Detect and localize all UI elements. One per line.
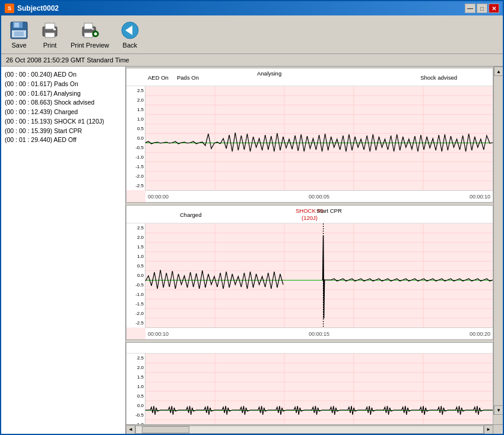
event-time-4: (00 : 00 : 12.439): [5, 108, 52, 115]
svg-rect-6: [45, 23, 55, 29]
chart-label-aed-on: AED On: [148, 74, 169, 81]
chart-2-time-axis: 00:00:10 00:00:15 00:00:20: [145, 327, 493, 339]
event-time-5: (00 : 00 : 15.193): [5, 118, 52, 125]
svg-rect-11: [84, 33, 93, 37]
y-label: 2.0: [128, 235, 144, 240]
scroll-right-button[interactable]: ►: [484, 425, 493, 434]
svg-rect-8: [53, 29, 56, 30]
print-icon: [40, 20, 60, 40]
list-item: (00 : 00 : 12.439) Charged: [5, 108, 122, 117]
chart-1-plot: [145, 86, 493, 190]
minimize-button[interactable]: —: [465, 4, 476, 13]
scroll-down-button[interactable]: ▼: [494, 405, 503, 415]
y-label: -1.0: [128, 292, 144, 297]
chart-1-time-axis: 00:00:00 00:00:05 00:00:10: [145, 190, 493, 202]
y-label: 0.0: [128, 403, 144, 408]
scroll-track-horizontal: [135, 425, 484, 434]
y-label: 0.0: [128, 273, 144, 278]
chart-label-shock-advised: Shock advised: [420, 74, 457, 81]
list-item: (00 : 00 : 00.240) AED On: [5, 70, 122, 80]
list-item: (00 : 00 : 08.663) Shock advised: [5, 98, 122, 108]
print-preview-label: Print Preview: [71, 42, 109, 49]
chart-2-area: 2.5 2.0 1.5 1.0 0.5 0.0 -0.5 -1.0 -1.5 -…: [126, 223, 493, 339]
y-label: 0.5: [128, 263, 144, 269]
print-button[interactable]: Print: [36, 18, 64, 51]
chart-1-header: AED On Pads On Analysing Shock advised: [126, 68, 493, 86]
chart-3: 2.5 2.0 1.5 1.0 0.5 0.0 -0.5 -1.0 -1.5 -…: [126, 342, 493, 424]
back-label: Back: [123, 42, 137, 49]
main-window: S Subject0002 — □ ✕ Save: [0, 0, 504, 435]
y-label: 1.0: [128, 384, 144, 389]
svg-rect-10: [84, 23, 93, 29]
title-buttons: — □ ✕: [465, 4, 499, 13]
status-bar: 26 Oct 2008 21:50:29 GMT Standard Time: [1, 54, 503, 67]
save-button[interactable]: Save: [5, 18, 33, 51]
charts-container: AED On Pads On Analysing Shock advised 2…: [126, 67, 503, 424]
charts-panel: ▲ ▼ AED On Pads On Analysing Shock advis…: [126, 67, 503, 434]
y-label: 2.0: [128, 365, 144, 370]
print-preview-button[interactable]: Print Preview: [66, 18, 113, 51]
event-label-2: Analysing: [53, 90, 81, 97]
event-time-7: (00 : 01 : 29.440): [5, 136, 52, 143]
time-label-end: 00:00:20: [470, 331, 490, 337]
time-label-start: 00:00:10: [148, 331, 169, 337]
chart-2: Charged SHOCK #1 (120J) Start CPR 2.5 2.…: [126, 205, 493, 340]
y-label: 1.5: [128, 374, 144, 380]
back-icon: [120, 20, 140, 40]
event-log-panel: (00 : 00 : 00.240) AED On (00 : 00 : 01.…: [1, 67, 126, 434]
save-icon: [9, 20, 29, 40]
chart-label-start-cpr: Start CPR: [316, 207, 342, 214]
list-item: (00 : 00 : 15.193) SHOCK #1 (120J): [5, 117, 122, 127]
chart-1: AED On Pads On Analysing Shock advised 2…: [126, 68, 493, 203]
event-time-3: (00 : 00 : 08.663): [5, 99, 52, 106]
time-label-end: 00:00:10: [470, 194, 490, 200]
scroll-thumb-horizontal[interactable]: [142, 426, 189, 433]
close-button[interactable]: ✕: [489, 4, 499, 13]
horizontal-scrollbar: ◄ ►: [126, 424, 503, 434]
window-title: Subject0002: [17, 4, 59, 12]
y-label: -0.5: [128, 282, 144, 288]
y-label: 0.5: [128, 393, 144, 399]
save-label: Save: [11, 42, 26, 49]
time-label-mid: 00:00:05: [309, 194, 329, 200]
chart-3-header: [126, 343, 493, 354]
chart-2-header: Charged SHOCK #1 (120J) Start CPR: [126, 206, 493, 223]
chart-label-pads-on: Pads On: [177, 74, 199, 81]
event-time-2: (00 : 00 : 01.617): [5, 90, 52, 97]
chart-3-plot: [145, 354, 493, 424]
y-label: 2.0: [128, 97, 144, 103]
svg-rect-12: [92, 29, 94, 30]
list-item: (00 : 01 : 29.440) AED Off: [5, 135, 122, 145]
maximize-button[interactable]: □: [477, 4, 487, 13]
y-label: 1.5: [128, 244, 144, 250]
y-label: 1.0: [128, 116, 144, 122]
event-label-3: Shock advised: [54, 99, 94, 106]
back-button[interactable]: Back: [116, 18, 144, 51]
time-label-start: 00:00:00: [148, 194, 169, 200]
y-label: 1.0: [128, 254, 144, 259]
scroll-left-button[interactable]: ◄: [126, 425, 135, 434]
y-label: -2.5: [128, 183, 144, 188]
y-label: -2.0: [128, 174, 144, 179]
event-label-0: AED On: [53, 71, 77, 78]
scroll-up-button[interactable]: ▲: [494, 67, 503, 76]
y-label: 1.5: [128, 107, 144, 112]
svg-point-14: [94, 33, 97, 36]
time-label-mid: 00:00:15: [309, 331, 329, 337]
print-preview-icon: [80, 20, 100, 40]
y-label: -1.5: [128, 301, 144, 307]
app-icon: S: [5, 4, 14, 13]
chart-label-charged: Charged: [180, 212, 201, 218]
event-time-0: (00 : 00 : 00.240): [5, 71, 52, 78]
y-label: -0.5: [128, 145, 144, 150]
event-time-6: (00 : 00 : 15.399): [5, 127, 52, 134]
vertical-scrollbar: ▲ ▼: [493, 67, 503, 415]
chart-1-area: 2.5 2.0 1.5 1.0 0.5 0.0 -0.5 -1.0 -1.5 -…: [126, 86, 493, 202]
event-label-5: SHOCK #1 (120J): [54, 118, 104, 125]
chart-2-plot: [145, 223, 493, 327]
toolbar: Save Print: [1, 15, 503, 54]
list-item: (00 : 00 : 15.399) Start CPR: [5, 127, 122, 136]
title-bar: S Subject0002 — □ ✕: [1, 1, 503, 15]
chart-label-analysing: Analysing: [257, 70, 281, 77]
title-bar-left: S Subject0002: [5, 4, 59, 13]
